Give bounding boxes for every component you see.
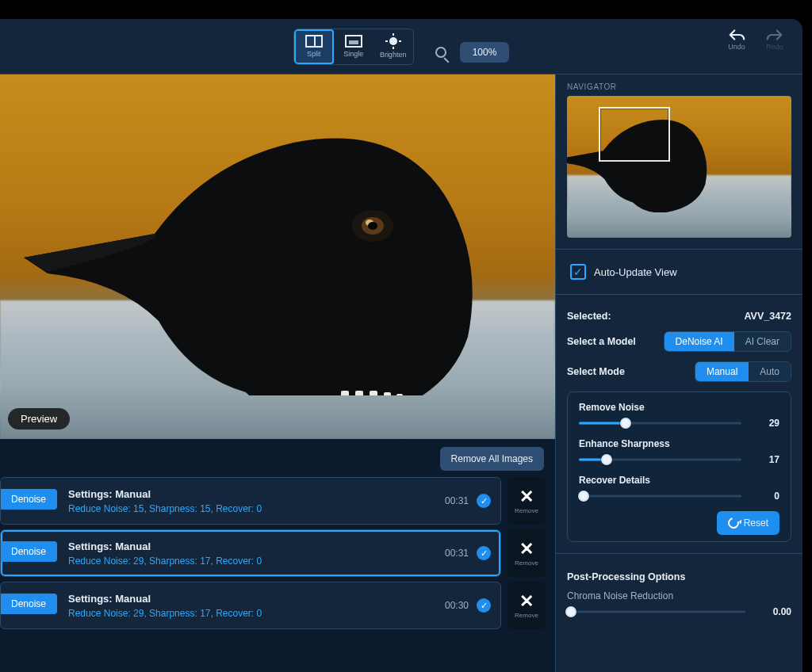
queue-list: Denoise Settings: Manual Reduce Noise: 1…: [0, 477, 555, 672]
slider-thumb[interactable]: [620, 418, 631, 429]
auto-update-label: Auto-Update View: [594, 266, 677, 278]
slider-thumb[interactable]: [578, 491, 589, 502]
queue-title: Settings: Manual: [68, 593, 445, 605]
slider-recover-details: Recover Details 0: [579, 475, 779, 503]
view-modes: Split Single Brighten: [293, 29, 414, 65]
slider-label: Chroma Noise Reduction: [567, 590, 791, 601]
view-mode-label: Single: [343, 50, 363, 58]
preview-viewport[interactable]: Preview: [0, 74, 555, 439]
mode-auto[interactable]: Auto: [749, 362, 791, 381]
slider-value: 29: [753, 418, 779, 429]
queue-remove-button[interactable]: ✕ Remove: [508, 582, 546, 629]
queue-title: Settings: Manual: [68, 488, 445, 500]
slider-label: Remove Noise: [579, 402, 779, 413]
slider-track[interactable]: [579, 416, 741, 430]
reset-icon: [726, 516, 741, 531]
slider-value: 0.00: [756, 606, 791, 617]
denoise-chip: Denoise: [0, 489, 57, 510]
queue-check-icon[interactable]: ✓: [477, 546, 491, 560]
undo-button[interactable]: Undo: [723, 29, 750, 51]
selected-value: AVV_3472: [744, 311, 791, 322]
redo-label: Redo: [766, 43, 783, 51]
reset-label: Reset: [744, 517, 768, 529]
svg-rect-5: [355, 391, 363, 395]
single-icon: [345, 35, 362, 48]
queue-subtitle: Reduce Noise: 29, Sharpness: 17, Recover…: [68, 608, 445, 619]
remove-all-button[interactable]: Remove All Images: [440, 447, 544, 471]
queue-time: 00:31: [445, 495, 469, 506]
svg-rect-8: [396, 394, 403, 395]
svg-rect-6: [370, 391, 377, 395]
navigator-viewport-rect[interactable]: [599, 107, 671, 161]
queue-item[interactable]: Denoise Settings: Manual Reduce Noise: 1…: [0, 477, 501, 525]
select-model-label: Select a Model: [567, 336, 636, 347]
view-mode-label: Split: [307, 50, 321, 58]
post-processing-section: Post-Processing Options Chroma Noise Red…: [556, 557, 802, 635]
close-icon: ✕: [519, 488, 534, 506]
queue-item[interactable]: Denoise Settings: Manual Reduce Noise: 2…: [0, 529, 501, 577]
main-area: Preview Remove All Images Denoise Settin…: [0, 74, 802, 672]
svg-rect-7: [384, 392, 391, 395]
slider-thumb[interactable]: [601, 454, 612, 465]
reset-button[interactable]: Reset: [717, 511, 779, 535]
selected-label: Selected:: [567, 311, 611, 322]
queue-check-icon[interactable]: ✓: [477, 494, 491, 508]
view-mode-group: Split Single Brighten 100%: [293, 29, 510, 65]
auto-update-section: ✓ Auto-Update View: [556, 253, 802, 291]
redo-icon: [766, 29, 783, 41]
brighten-icon: [386, 34, 400, 48]
checkbox-icon: ✓: [570, 264, 586, 280]
denoise-chip: Denoise: [0, 594, 57, 614]
preview-image: [0, 74, 555, 439]
navigator-section: NAVIGATOR: [556, 74, 802, 246]
queue-row: Denoise Settings: Manual Reduce Noise: 2…: [0, 529, 546, 577]
slider-track[interactable]: [579, 489, 741, 503]
redo-button[interactable]: Redo: [761, 29, 788, 51]
slider-value: 17: [753, 454, 779, 465]
preview-label: Preview: [8, 408, 70, 430]
svg-point-3: [368, 222, 377, 230]
slider-remove-noise: Remove Noise 29: [579, 402, 779, 430]
queue-check-icon[interactable]: ✓: [477, 598, 491, 613]
slider-enhance-sharpness: Enhance Sharpness 17: [579, 438, 779, 467]
slider-track[interactable]: [567, 605, 745, 619]
queue-item[interactable]: Denoise Settings: Manual Reduce Noise: 2…: [0, 582, 501, 629]
view-mode-brighten[interactable]: Brighten: [373, 29, 413, 64]
view-mode-single[interactable]: Single: [334, 29, 373, 64]
queue-time: 00:30: [445, 600, 469, 611]
post-processing-title: Post-Processing Options: [567, 565, 791, 586]
mode-manual[interactable]: Manual: [695, 362, 749, 381]
mode-toggle: Manual Auto: [695, 361, 791, 382]
split-icon: [305, 35, 323, 48]
auto-update-checkbox[interactable]: ✓ Auto-Update View: [567, 256, 791, 288]
bird-illustration: [0, 104, 555, 395]
close-icon: ✕: [519, 540, 534, 558]
magnifier-icon: [435, 47, 446, 58]
zoom-level[interactable]: 100%: [460, 42, 510, 63]
topbar: Split Single Brighten 100%: [0, 19, 802, 74]
slider-chroma-nr: Chroma Noise Reduction 0.00: [567, 590, 791, 619]
navigator-thumbnail[interactable]: [567, 96, 791, 238]
undo-redo-group: Undo Redo: [723, 29, 788, 51]
slider-thumb[interactable]: [565, 606, 576, 617]
queue-remove-button[interactable]: ✕ Remove: [508, 529, 546, 577]
zoom-button[interactable]: [428, 40, 454, 65]
sliders-card: Remove Noise 29 Enhance Sharpness: [567, 391, 791, 542]
undo-icon: [728, 29, 745, 41]
preview-actions: Remove All Images: [0, 439, 555, 477]
queue-subtitle: Reduce Noise: 15, Sharpness: 15, Recover…: [68, 503, 445, 514]
queue-row: Denoise Settings: Manual Reduce Noise: 1…: [0, 477, 546, 525]
slider-label: Recover Details: [579, 475, 779, 486]
slider-value: 0: [753, 491, 779, 502]
queue-remove-button[interactable]: ✕ Remove: [508, 477, 546, 525]
close-icon: ✕: [519, 593, 534, 610]
left-column: Preview Remove All Images Denoise Settin…: [0, 74, 555, 672]
queue-remove-label: Remove: [515, 507, 538, 514]
view-mode-split[interactable]: Split: [294, 29, 334, 64]
queue-row: Denoise Settings: Manual Reduce Noise: 2…: [0, 582, 546, 629]
svg-rect-4: [341, 391, 349, 395]
queue-remove-label: Remove: [515, 612, 538, 619]
model-denoise-ai[interactable]: DeNoise AI: [665, 332, 734, 351]
slider-track[interactable]: [579, 452, 741, 467]
model-ai-clear[interactable]: AI Clear: [734, 332, 791, 351]
